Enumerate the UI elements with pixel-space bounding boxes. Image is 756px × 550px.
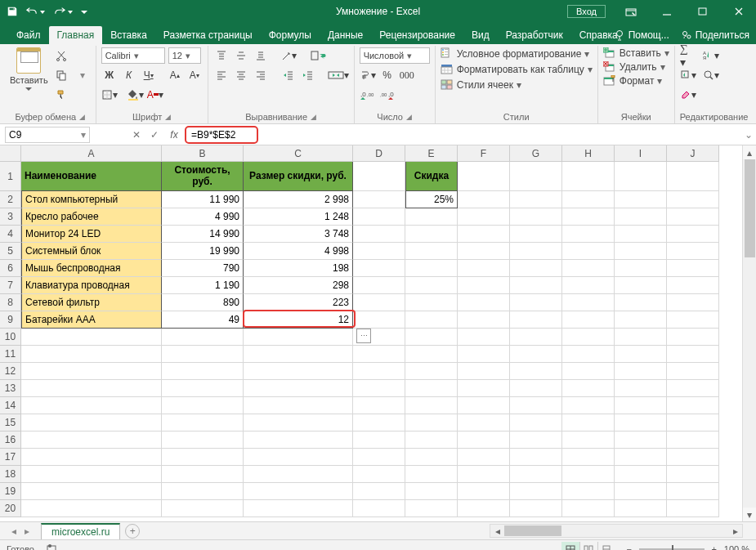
tell-me-button[interactable]: Помощ... bbox=[614, 29, 669, 41]
cell[interactable] bbox=[615, 363, 667, 380]
cell[interactable] bbox=[562, 346, 615, 363]
cell[interactable] bbox=[353, 191, 405, 208]
align-middle-icon[interactable] bbox=[233, 47, 249, 64]
cell[interactable] bbox=[458, 449, 510, 466]
cell[interactable] bbox=[458, 466, 510, 483]
cell[interactable] bbox=[405, 277, 458, 294]
insert-cells-button[interactable]: Вставить▾ bbox=[603, 47, 669, 59]
cell[interactable] bbox=[562, 363, 615, 380]
name-box[interactable]: C9▾ bbox=[5, 127, 90, 143]
cell[interactable] bbox=[405, 380, 458, 397]
cell[interactable] bbox=[667, 226, 719, 243]
cell[interactable] bbox=[562, 500, 615, 517]
cell[interactable] bbox=[162, 466, 244, 483]
new-sheet-button[interactable]: + bbox=[125, 524, 140, 539]
cell[interactable] bbox=[562, 208, 615, 226]
cell[interactable] bbox=[667, 380, 719, 397]
cell[interactable]: Скидка bbox=[405, 162, 458, 191]
cell[interactable] bbox=[615, 311, 667, 329]
paste-button[interactable]: Вставить bbox=[10, 47, 48, 103]
cell[interactable] bbox=[510, 500, 562, 517]
cell[interactable] bbox=[510, 449, 562, 466]
cell[interactable] bbox=[458, 346, 510, 363]
comma-icon[interactable]: 000 bbox=[399, 67, 415, 83]
row-header[interactable]: 19 bbox=[0, 483, 21, 500]
cell[interactable]: 4 990 bbox=[162, 208, 244, 226]
tab-review[interactable]: Рецензирование bbox=[371, 26, 463, 44]
cell[interactable]: Системный блок bbox=[21, 243, 162, 260]
cell[interactable] bbox=[615, 466, 667, 483]
cell[interactable] bbox=[244, 346, 353, 363]
align-left-icon[interactable] bbox=[213, 67, 230, 83]
cell-styles-button[interactable]: Стили ячеек▾ bbox=[441, 78, 593, 92]
cell[interactable] bbox=[667, 243, 719, 260]
row-header[interactable]: 2 bbox=[0, 191, 21, 208]
copy-icon[interactable] bbox=[53, 67, 69, 83]
cell[interactable] bbox=[667, 449, 719, 466]
cell[interactable] bbox=[458, 191, 510, 208]
cell[interactable] bbox=[21, 397, 162, 414]
col-header-h[interactable]: H bbox=[562, 145, 615, 162]
cell[interactable]: 12 bbox=[244, 311, 353, 329]
cell[interactable] bbox=[615, 432, 667, 449]
cell[interactable] bbox=[615, 294, 667, 311]
cell[interactable] bbox=[562, 483, 615, 500]
delete-cells-button[interactable]: Удалить▾ bbox=[603, 61, 669, 73]
cell[interactable] bbox=[615, 380, 667, 397]
redo-icon[interactable] bbox=[52, 6, 74, 17]
cell[interactable] bbox=[353, 294, 405, 311]
conditional-formatting-button[interactable]: Условное форматирование▾ bbox=[441, 47, 593, 60]
cell[interactable] bbox=[353, 260, 405, 277]
cell[interactable] bbox=[244, 329, 353, 346]
tab-nav[interactable]: ◂▸ bbox=[0, 525, 41, 537]
cell[interactable] bbox=[21, 483, 162, 500]
cell[interactable] bbox=[405, 432, 458, 449]
cell[interactable] bbox=[405, 466, 458, 483]
cell[interactable] bbox=[615, 243, 667, 260]
fx-icon[interactable]: fx bbox=[163, 129, 185, 141]
cell[interactable] bbox=[667, 260, 719, 277]
font-launcher-icon[interactable]: ◢ bbox=[165, 113, 171, 121]
cell[interactable] bbox=[458, 483, 510, 500]
cell[interactable] bbox=[615, 397, 667, 414]
number-format-combo[interactable]: Числовой▾ bbox=[360, 47, 430, 64]
cell[interactable]: Клавиатура проводная bbox=[21, 277, 162, 294]
clipboard-launcher-icon[interactable]: ◢ bbox=[79, 113, 85, 121]
cell[interactable] bbox=[405, 208, 458, 226]
cell[interactable] bbox=[615, 414, 667, 432]
view-buttons[interactable] bbox=[561, 541, 616, 551]
col-header-i[interactable]: I bbox=[615, 145, 667, 162]
cell[interactable]: Стол компьютерный bbox=[21, 191, 162, 208]
cell[interactable] bbox=[458, 277, 510, 294]
cell[interactable] bbox=[405, 260, 458, 277]
cell[interactable] bbox=[162, 363, 244, 380]
cut-icon[interactable] bbox=[53, 47, 69, 64]
cell[interactable] bbox=[162, 397, 244, 414]
cell[interactable]: 14 990 bbox=[162, 226, 244, 243]
cell[interactable] bbox=[244, 397, 353, 414]
cell[interactable] bbox=[510, 277, 562, 294]
row-header[interactable]: 11 bbox=[0, 346, 21, 363]
cell[interactable] bbox=[21, 346, 162, 363]
cell[interactable] bbox=[244, 449, 353, 466]
col-header-j[interactable]: J bbox=[667, 145, 719, 162]
cell[interactable] bbox=[510, 363, 562, 380]
cell[interactable] bbox=[244, 380, 353, 397]
cell[interactable] bbox=[405, 363, 458, 380]
cell[interactable] bbox=[405, 226, 458, 243]
cell[interactable] bbox=[353, 500, 405, 517]
cell[interactable] bbox=[510, 432, 562, 449]
row-header[interactable]: 6 bbox=[0, 260, 21, 277]
cell[interactable]: 2 998 bbox=[244, 191, 353, 208]
cell[interactable] bbox=[244, 414, 353, 432]
cell[interactable]: 223 bbox=[244, 294, 353, 311]
cell[interactable] bbox=[615, 226, 667, 243]
fill-icon[interactable]: ▾ bbox=[680, 67, 696, 83]
tab-view[interactable]: Вид bbox=[463, 26, 498, 44]
italic-button[interactable]: К bbox=[121, 67, 137, 83]
fill-color-icon[interactable]: ▾ bbox=[127, 87, 144, 103]
sign-in-button[interactable]: Вход bbox=[567, 5, 606, 18]
cell[interactable] bbox=[21, 466, 162, 483]
tab-developer[interactable]: Разработчик bbox=[498, 26, 571, 44]
cell[interactable] bbox=[405, 483, 458, 500]
